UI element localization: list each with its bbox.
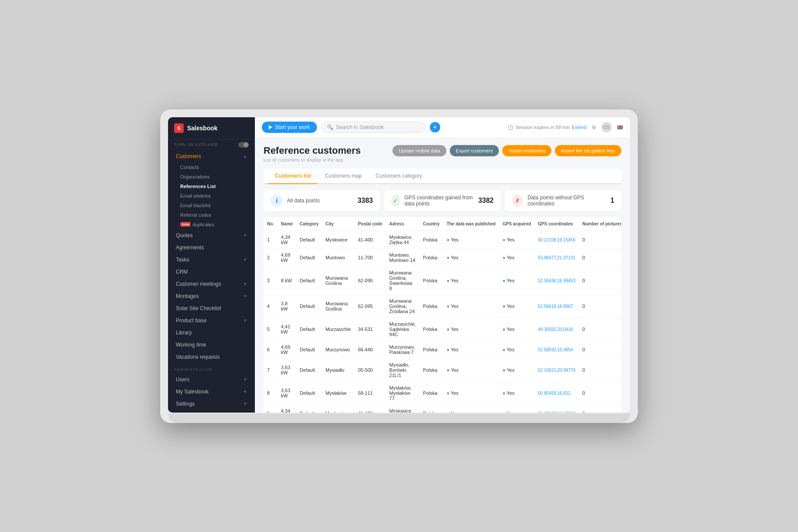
- sidebar-sub-duplicates[interactable]: betaduplicates: [168, 220, 255, 229]
- cell-gps-coords[interactable]: 52.58592,15.4854: [534, 340, 579, 358]
- stat-all-data: ℹ All data points 3383: [264, 190, 380, 211]
- gps-link[interactable]: 50.22108,19.15456: [538, 238, 575, 242]
- cell-no: 3: [264, 266, 277, 294]
- flag-icon[interactable]: 🇬🇧: [617, 125, 623, 130]
- cell-category: Default: [296, 294, 322, 317]
- cell-category: Default: [296, 317, 322, 340]
- sidebar-item-my-salesbook[interactable]: My Salesbook ▼: [170, 386, 253, 398]
- tab-customers-list[interactable]: Customers list: [268, 169, 318, 184]
- cell-category: Default: [296, 358, 322, 381]
- cell-name: 3,8 kW: [277, 294, 296, 317]
- sidebar-item-solar[interactable]: Solar Site Checklist: [170, 302, 253, 314]
- topbar: Start your work 🔍 Search in Salesbook + …: [255, 117, 630, 138]
- sidebar-item-crm[interactable]: CRM: [170, 266, 253, 278]
- topbar-right: 🕐 Session expires in 59 min Extend ⚙ DS …: [508, 122, 623, 132]
- published-dot: ●: [447, 237, 451, 242]
- gps-acq-dot: ●: [502, 390, 507, 396]
- add-button[interactable]: +: [430, 122, 440, 132]
- table-row: 9 4,34 kW Default Mysłowice 41-409 Mysło…: [264, 404, 621, 413]
- update-mobile-btn[interactable]: Update mobile data: [392, 145, 446, 156]
- sidebar-item-working-time[interactable]: Working time: [170, 339, 253, 351]
- cell-category: Default: [296, 340, 322, 358]
- gps-link[interactable]: 52.10021,20.99779: [538, 368, 575, 373]
- col-published: The data was published: [443, 217, 499, 231]
- cell-published: ● Yes: [443, 231, 499, 248]
- sidebar-sub-email-whitelist[interactable]: Email whitelist: [168, 191, 255, 201]
- gps-acq-dot: ●: [502, 237, 507, 242]
- page-subtitle: List of customers to display in the app: [264, 157, 361, 162]
- sidebar-item-tasks[interactable]: Tasks ▼: [170, 254, 253, 266]
- autohide-toggle[interactable]: [238, 142, 249, 148]
- import-customers-btn[interactable]: Import customers: [502, 145, 551, 156]
- gps-link[interactable]: 52.56436,16.99453: [538, 278, 575, 283]
- stat-nogps-value: 1: [610, 197, 614, 205]
- cell-published: ● Yes: [443, 404, 499, 413]
- gps-link[interactable]: 52.56618,16.9967: [538, 304, 573, 309]
- cell-gps-coords[interactable]: 49.30565,20.0418: [534, 317, 579, 340]
- cell-gps-acq: ● Yes: [499, 317, 534, 340]
- extend-link[interactable]: Extend: [572, 125, 587, 130]
- sidebar-sub-contacts[interactable]: Contacts: [168, 162, 255, 172]
- cell-address: Murzynowo, Piaskowa 7: [386, 340, 420, 358]
- cell-address: Mysiadło, Borówki 21L/1: [386, 358, 420, 381]
- autohide-row: TURN ON AUTO-HIDE: [168, 139, 255, 150]
- cell-gps-coords[interactable]: 52.56436,16.99453: [534, 266, 579, 294]
- sidebar-sub-references[interactable]: References List: [168, 182, 255, 191]
- sidebar-item-customers[interactable]: Customers ▲: [170, 150, 253, 162]
- gps-link[interactable]: 52.58592,15.4854: [538, 347, 573, 352]
- cell-gps-coords[interactable]: 52.56618,16.9967: [534, 294, 579, 317]
- cell-country: Polska: [419, 381, 443, 404]
- cell-gps-acq: ● Yes: [499, 231, 534, 248]
- chevron-down-icon7: ▼: [243, 390, 247, 394]
- chevron-down-icon2: ▼: [243, 258, 247, 262]
- cell-gps-coords[interactable]: 53.88477,21.37131: [534, 248, 579, 266]
- sidebar-sub-referral-codes[interactable]: Referral codes: [168, 210, 255, 220]
- col-category: Category: [296, 217, 322, 231]
- gps-link[interactable]: 50.85459,16.652: [538, 391, 570, 396]
- sidebar-sub-organizations[interactable]: Organizations: [168, 172, 255, 182]
- cell-postal: 41-400: [354, 231, 386, 248]
- gps-link[interactable]: 50.17647,19.17206: [538, 411, 575, 413]
- col-gps-coords: GPS coordinates: [534, 217, 579, 231]
- search-bar[interactable]: 🔍 Search in Salesbook: [321, 122, 425, 133]
- cell-gps-coords[interactable]: 50.17647,19.17206: [534, 404, 579, 413]
- import-zip-btn[interactable]: Import the zip gallery files: [555, 145, 621, 156]
- sidebar-item-agreements[interactable]: Agreements: [170, 241, 253, 254]
- cell-country: Polska: [419, 248, 443, 266]
- sidebar-item-product-base[interactable]: Product base ▼: [170, 314, 253, 327]
- page-content: Reference customers List of customers to…: [255, 138, 630, 413]
- cell-gps-coords[interactable]: 50.22108,19.15456: [534, 231, 579, 248]
- tab-customers-category[interactable]: Customers category: [369, 169, 429, 184]
- gps-acq-dot: ●: [502, 367, 507, 373]
- cell-no: 8: [264, 381, 277, 404]
- cell-gps-coords[interactable]: 52.10021,20.99779: [534, 358, 579, 381]
- sidebar-item-quotes[interactable]: Quotes ▼: [170, 229, 253, 241]
- cell-category: Default: [296, 266, 322, 294]
- sidebar-item-library[interactable]: Library: [170, 327, 253, 339]
- sidebar-item-montages[interactable]: Montages ▼: [170, 290, 253, 302]
- laptop-base: [168, 413, 630, 423]
- sidebar-item-pv-sets[interactable]: List of PV sets: [170, 410, 253, 413]
- sidebar-item-users[interactable]: Users ▼: [170, 373, 253, 386]
- sidebar-item-settings[interactable]: Settings ▼: [170, 398, 253, 410]
- sidebar-item-vacations[interactable]: Vacations requests: [170, 351, 253, 363]
- cell-gps-coords[interactable]: 50.85459,16.652: [534, 381, 579, 404]
- cell-category: Default: [296, 248, 322, 266]
- cell-published: ● Yes: [443, 266, 499, 294]
- start-work-button[interactable]: Start your work: [262, 122, 317, 133]
- sidebar-item-customer-meetings[interactable]: Customer meetings ▼: [170, 278, 253, 290]
- cell-country: Polska: [419, 340, 443, 358]
- gear-icon[interactable]: ⚙: [592, 125, 596, 130]
- table-row: 4 3,8 kW Default Murowana Goślina 62-095…: [264, 294, 621, 317]
- cell-pictures: 0: [579, 317, 621, 340]
- cell-name: 8 kW: [277, 266, 296, 294]
- export-customers-btn[interactable]: Export customers: [450, 145, 499, 156]
- page-actions: Update mobile data Export customers Impo…: [392, 145, 621, 156]
- published-dot: ●: [447, 304, 451, 309]
- gps-link[interactable]: 53.88477,21.37131: [538, 255, 575, 260]
- user-avatar[interactable]: DS: [601, 122, 612, 132]
- tab-customers-map[interactable]: Customers map: [318, 169, 369, 184]
- gps-link[interactable]: 49.30565,20.0418: [538, 327, 573, 332]
- sidebar-sub-email-blacklist[interactable]: Email blacklist: [168, 201, 255, 210]
- chevron-down-icon3: ▼: [243, 282, 247, 286]
